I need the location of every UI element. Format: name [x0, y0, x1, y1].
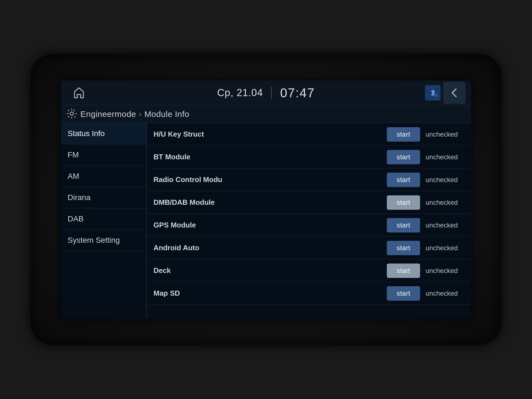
sidebar-item-dirana[interactable]: Dirana: [61, 187, 146, 208]
home-button[interactable]: [69, 83, 89, 103]
module-name: DMB/DAB Module: [154, 198, 387, 207]
start-button[interactable]: start: [387, 127, 420, 142]
breadcrumb-path-start: Engineermode: [80, 109, 136, 119]
start-button[interactable]: start: [387, 241, 420, 255]
module-row: Radio Control Modustartunchecked: [147, 168, 471, 191]
module-name: Android Auto: [154, 244, 387, 252]
header-bar: Cp, 21.04 07:47 ↺: [61, 80, 471, 105]
module-row: H/U Key Structstartunchecked: [147, 123, 471, 146]
module-row: BT Modulestartunchecked: [147, 146, 471, 168]
back-button[interactable]: [443, 82, 466, 104]
status-text: unchecked: [426, 221, 464, 229]
screen: Cp, 21.04 07:47 ↺: [61, 80, 471, 319]
module-name: H/U Key Struct: [154, 130, 387, 139]
home-icon: [72, 86, 86, 99]
module-name: Deck: [154, 266, 387, 275]
module-row: Android Autostartunchecked: [147, 237, 471, 259]
breadcrumb-chevron: ›: [139, 110, 142, 119]
start-button[interactable]: start: [387, 150, 420, 164]
module-row: GPS Modulestartunchecked: [147, 214, 471, 237]
module-row: Deckstartunchecked: [147, 259, 471, 282]
sidebar-item-system-setting[interactable]: System Setting: [61, 230, 146, 251]
sidebar-item-am[interactable]: AM: [61, 166, 146, 187]
status-text: unchecked: [426, 267, 464, 275]
device-frame: Cp, 21.04 07:47 ↺: [30, 54, 502, 345]
start-button[interactable]: start: [387, 173, 420, 187]
time-display: 07:47: [280, 85, 315, 100]
sidebar-item-fm[interactable]: FM: [61, 144, 146, 166]
status-text: unchecked: [426, 199, 464, 206]
content-panel: H/U Key StructstartuncheckedBT Modulesta…: [147, 123, 471, 319]
bluetooth-button[interactable]: ↺: [425, 85, 441, 101]
status-text: unchecked: [426, 244, 464, 252]
status-text: unchecked: [426, 290, 464, 297]
module-name: Radio Control Modu: [154, 175, 387, 184]
sidebar: Status Info FM AM Dirana DAB System Sett…: [61, 123, 147, 319]
status-text: unchecked: [426, 131, 464, 138]
svg-text:↺: ↺: [435, 93, 437, 97]
header-center: Cp, 21.04 07:47: [217, 85, 315, 100]
header-right: ↺: [425, 82, 466, 104]
bluetooth-icon: ↺: [428, 88, 437, 97]
date-display: Cp, 21.04: [217, 87, 263, 99]
breadcrumb-path-end: Module Info: [144, 109, 189, 119]
start-button[interactable]: start: [387, 195, 420, 210]
sidebar-item-status-info[interactable]: Status Info: [61, 123, 146, 144]
breadcrumb-bar: Engineermode › Module Info: [61, 105, 471, 123]
module-name: Map SD: [154, 289, 387, 298]
start-button[interactable]: start: [387, 264, 420, 278]
module-name: GPS Module: [154, 221, 387, 229]
back-icon: [448, 87, 461, 99]
module-row: DMB/DAB Modulestartunchecked: [147, 191, 471, 214]
gear-icon: [66, 108, 77, 120]
module-row: Map SDstartunchecked: [147, 282, 471, 305]
module-name: BT Module: [154, 153, 387, 161]
start-button[interactable]: start: [387, 286, 420, 301]
status-text: unchecked: [426, 176, 464, 184]
start-button[interactable]: start: [387, 218, 420, 232]
sidebar-item-dab[interactable]: DAB: [61, 208, 146, 230]
main-content: Status Info FM AM Dirana DAB System Sett…: [61, 123, 471, 319]
svg-point-1: [70, 112, 73, 115]
status-text: unchecked: [426, 153, 464, 161]
header-divider: [271, 87, 272, 99]
